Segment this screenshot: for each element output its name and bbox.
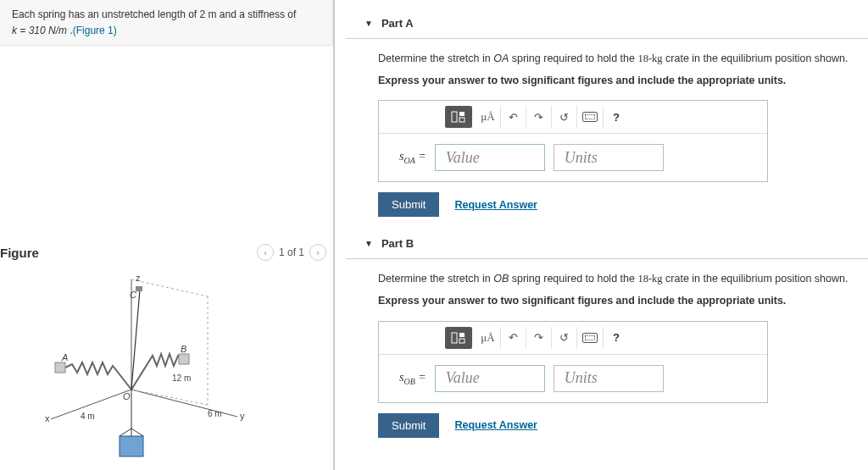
svg-text:z: z bbox=[136, 273, 141, 283]
reset-icon[interactable]: ↺ bbox=[552, 106, 577, 128]
svg-rect-9 bbox=[179, 354, 189, 364]
caret-down-icon: ▼ bbox=[364, 19, 373, 28]
svg-rect-26 bbox=[459, 333, 465, 337]
part-b-body: Determine the stretch in OB spring requi… bbox=[346, 259, 868, 437]
part-a-request-answer[interactable]: Request Answer bbox=[454, 199, 537, 211]
part-a-answer-box: μÅ ↶ ↷ ↺ ? sOA = Value Units bbox=[378, 100, 768, 182]
svg-line-3 bbox=[131, 279, 208, 296]
part-a-answer-row: sOA = Value Units bbox=[379, 134, 767, 181]
svg-rect-23 bbox=[459, 112, 465, 116]
part-a-prompt: Determine the stretch in OA spring requi… bbox=[378, 51, 868, 66]
part-a-lhs: sOA = bbox=[399, 150, 426, 165]
svg-rect-24 bbox=[459, 118, 465, 122]
part-b-answer-row: sOB = Value Units bbox=[379, 355, 767, 402]
template-icon[interactable] bbox=[445, 106, 472, 128]
part-b-request-answer[interactable]: Request Answer bbox=[454, 419, 537, 431]
help-icon[interactable]: ? bbox=[604, 327, 629, 349]
undo-icon[interactable]: ↶ bbox=[501, 327, 526, 349]
part-a-header[interactable]: ▼ Part A bbox=[346, 12, 868, 39]
svg-rect-27 bbox=[459, 339, 465, 343]
units-tool[interactable]: μÅ bbox=[476, 106, 501, 128]
figure-next-button[interactable]: › bbox=[309, 244, 326, 261]
figure-header: Figure ‹ 1 of 1 › bbox=[0, 241, 335, 264]
keyboard-icon[interactable] bbox=[577, 327, 604, 349]
svg-text:12 m: 12 m bbox=[172, 373, 191, 383]
part-a-buttons: Submit Request Answer bbox=[378, 192, 868, 217]
redo-icon[interactable]: ↷ bbox=[526, 106, 552, 128]
svg-text:O: O bbox=[123, 391, 131, 401]
problem-statement: Each spring has an unstretched length of… bbox=[0, 0, 333, 46]
svg-line-6 bbox=[131, 290, 140, 390]
part-b-prompt: Determine the stretch in OB spring requi… bbox=[378, 271, 868, 286]
part-a-toolbar: μÅ ↶ ↷ ↺ ? bbox=[379, 101, 767, 134]
part-b: ▼ Part B Determine the stretch in OB spr… bbox=[346, 232, 868, 437]
part-a-body: Determine the stretch in OA spring requi… bbox=[346, 39, 868, 217]
svg-text:x: x bbox=[45, 413, 50, 423]
keyboard-icon[interactable] bbox=[577, 106, 604, 128]
part-b-toolbar: μÅ ↶ ↷ ↺ ? bbox=[379, 322, 767, 355]
part-b-instruction: Express your answer to two significant f… bbox=[378, 293, 868, 308]
svg-text:6 m: 6 m bbox=[208, 409, 222, 418]
figure-prev-button[interactable]: ‹ bbox=[257, 244, 274, 261]
left-column: Each spring has an unstretched length of… bbox=[0, 0, 335, 470]
svg-rect-7 bbox=[136, 286, 142, 291]
part-b-title: Part B bbox=[381, 237, 414, 250]
part-a-units-input[interactable]: Units bbox=[554, 144, 664, 171]
reset-icon[interactable]: ↺ bbox=[552, 327, 577, 349]
svg-text:A: A bbox=[61, 352, 68, 362]
caret-down-icon: ▼ bbox=[364, 239, 373, 248]
figure-diagram: z C A B O x y 12 m 6 m 4 m bbox=[38, 271, 292, 466]
length-value: 2 m bbox=[199, 8, 216, 20]
svg-text:y: y bbox=[240, 411, 245, 421]
svg-rect-8 bbox=[55, 362, 65, 373]
part-b-buttons: Submit Request Answer bbox=[378, 413, 868, 438]
part-b-submit-button[interactable]: Submit bbox=[378, 413, 439, 438]
part-b-value-input[interactable]: Value bbox=[435, 365, 545, 392]
figure-pager: ‹ 1 of 1 › bbox=[257, 244, 326, 261]
part-a: ▼ Part A Determine the stretch in OA spr… bbox=[346, 12, 868, 217]
problem-text: Each spring has an unstretched length of bbox=[12, 8, 199, 20]
part-a-instruction: Express your answer to two significant f… bbox=[378, 73, 868, 88]
svg-text:B: B bbox=[181, 344, 186, 354]
part-b-header[interactable]: ▼ Part B bbox=[346, 232, 868, 259]
svg-rect-11 bbox=[120, 436, 143, 456]
units-tool[interactable]: μÅ bbox=[476, 327, 501, 349]
part-b-units-input[interactable]: Units bbox=[554, 365, 664, 392]
part-b-lhs: sOB = bbox=[399, 371, 426, 386]
part-a-submit-button[interactable]: Submit bbox=[378, 192, 439, 217]
help-icon[interactable]: ? bbox=[604, 106, 629, 128]
stiffness: k = 310 N/m bbox=[12, 25, 67, 36]
svg-rect-22 bbox=[452, 112, 457, 122]
part-b-answer-box: μÅ ↶ ↷ ↺ ? sOB = Value Units bbox=[378, 321, 768, 403]
figure-title: Figure bbox=[0, 246, 39, 260]
figure-link[interactable]: (Figure 1) bbox=[73, 25, 117, 36]
redo-icon[interactable]: ↷ bbox=[526, 327, 552, 349]
svg-line-5 bbox=[131, 390, 208, 405]
part-a-value-input[interactable]: Value bbox=[435, 144, 545, 171]
template-icon[interactable] bbox=[445, 327, 472, 349]
figure-page-indicator: 1 of 1 bbox=[279, 246, 304, 258]
right-column: ▼ Part A Determine the stretch in OA spr… bbox=[346, 0, 868, 453]
undo-icon[interactable]: ↶ bbox=[501, 106, 526, 128]
svg-rect-25 bbox=[452, 333, 457, 343]
part-a-title: Part A bbox=[381, 17, 414, 30]
svg-text:4 m: 4 m bbox=[81, 412, 95, 421]
svg-text:C: C bbox=[130, 290, 136, 300]
problem-text-b: and a stiffness of bbox=[217, 8, 297, 20]
